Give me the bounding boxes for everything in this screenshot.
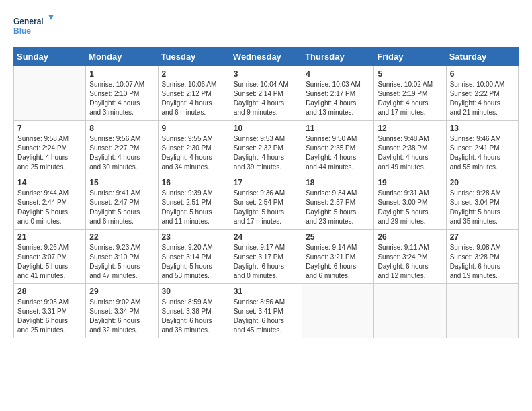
day-number: 16 — [162, 178, 226, 187]
cell-info: Sunrise: 9:05 AM Sunset: 3:31 PM Dayligh… — [17, 298, 82, 335]
header-tuesday: Tuesday — [158, 48, 230, 66]
cell-info: Sunrise: 9:31 AM Sunset: 3:00 PM Dayligh… — [378, 189, 442, 226]
cell-info: Sunrise: 9:50 AM Sunset: 2:35 PM Dayligh… — [306, 134, 370, 172]
calendar-cell: 27Sunrise: 9:08 AM Sunset: 3:28 PM Dayli… — [446, 230, 518, 284]
header-sunday: Sunday — [14, 48, 86, 66]
day-number: 17 — [234, 178, 298, 187]
calendar-cell — [374, 284, 446, 338]
day-number: 5 — [378, 69, 442, 79]
calendar-cell: 7Sunrise: 9:58 AM Sunset: 2:24 PM Daylig… — [14, 121, 86, 175]
day-number: 2 — [162, 69, 226, 79]
calendar-cell: 8Sunrise: 9:56 AM Sunset: 2:27 PM Daylig… — [86, 121, 158, 175]
calendar-cell — [302, 284, 374, 338]
calendar-cell: 4Sunrise: 10:03 AM Sunset: 2:17 PM Dayli… — [302, 66, 374, 121]
cell-info: Sunrise: 9:58 AM Sunset: 2:24 PM Dayligh… — [17, 134, 82, 172]
calendar-cell: 25Sunrise: 9:14 AM Sunset: 3:21 PM Dayli… — [302, 230, 374, 284]
day-number: 11 — [306, 124, 370, 133]
day-number: 3 — [234, 69, 298, 79]
cell-info: Sunrise: 10:03 AM Sunset: 2:17 PM Daylig… — [306, 80, 370, 118]
cell-info: Sunrise: 9:46 AM Sunset: 2:41 PM Dayligh… — [450, 134, 515, 172]
calendar-table: SundayMondayTuesdayWednesdayThursdayFrid… — [13, 47, 519, 338]
week-row-1: 7Sunrise: 9:58 AM Sunset: 2:24 PM Daylig… — [14, 121, 519, 175]
header-row: SundayMondayTuesdayWednesdayThursdayFrid… — [14, 48, 519, 66]
svg-text:Blue: Blue — [13, 26, 31, 36]
cell-info: Sunrise: 10:04 AM Sunset: 2:14 PM Daylig… — [234, 80, 298, 118]
calendar-cell: 21Sunrise: 9:26 AM Sunset: 3:07 PM Dayli… — [14, 230, 86, 284]
day-number: 25 — [306, 232, 370, 242]
day-number: 8 — [89, 124, 154, 133]
day-number: 12 — [378, 124, 442, 133]
calendar-cell: 31Sunrise: 8:56 AM Sunset: 3:41 PM Dayli… — [230, 284, 302, 338]
cell-info: Sunrise: 9:28 AM Sunset: 3:04 PM Dayligh… — [450, 189, 515, 226]
cell-info: Sunrise: 9:14 AM Sunset: 3:21 PM Dayligh… — [306, 243, 370, 281]
header-friday: Friday — [374, 48, 446, 66]
cell-info: Sunrise: 9:36 AM Sunset: 2:54 PM Dayligh… — [234, 189, 298, 226]
week-row-0: 1Sunrise: 10:07 AM Sunset: 2:10 PM Dayli… — [14, 66, 519, 121]
day-number: 29 — [89, 287, 154, 296]
calendar-cell: 29Sunrise: 9:02 AM Sunset: 3:34 PM Dayli… — [86, 284, 158, 338]
day-number: 28 — [17, 287, 82, 296]
calendar-cell: 11Sunrise: 9:50 AM Sunset: 2:35 PM Dayli… — [302, 121, 374, 175]
calendar-cell: 14Sunrise: 9:44 AM Sunset: 2:44 PM Dayli… — [14, 175, 86, 230]
cell-info: Sunrise: 10:06 AM Sunset: 2:12 PM Daylig… — [162, 80, 226, 118]
calendar-cell: 1Sunrise: 10:07 AM Sunset: 2:10 PM Dayli… — [86, 66, 158, 121]
calendar-cell: 6Sunrise: 10:00 AM Sunset: 2:22 PM Dayli… — [446, 66, 518, 121]
day-number: 1 — [89, 69, 154, 79]
day-number: 15 — [89, 178, 154, 187]
logo-svg: General Blue — [13, 13, 54, 40]
calendar-cell: 23Sunrise: 9:20 AM Sunset: 3:14 PM Dayli… — [158, 230, 230, 284]
cell-info: Sunrise: 9:08 AM Sunset: 3:28 PM Dayligh… — [450, 243, 515, 281]
calendar-cell: 12Sunrise: 9:48 AM Sunset: 2:38 PM Dayli… — [374, 121, 446, 175]
cell-info: Sunrise: 9:17 AM Sunset: 3:17 PM Dayligh… — [234, 243, 298, 281]
cell-info: Sunrise: 9:23 AM Sunset: 3:10 PM Dayligh… — [89, 243, 154, 281]
calendar-cell: 13Sunrise: 9:46 AM Sunset: 2:41 PM Dayli… — [446, 121, 518, 175]
day-number: 4 — [306, 69, 370, 79]
calendar-cell: 20Sunrise: 9:28 AM Sunset: 3:04 PM Dayli… — [446, 175, 518, 230]
day-number: 21 — [17, 232, 82, 242]
calendar-cell: 17Sunrise: 9:36 AM Sunset: 2:54 PM Dayli… — [230, 175, 302, 230]
calendar-cell: 26Sunrise: 9:11 AM Sunset: 3:24 PM Dayli… — [374, 230, 446, 284]
day-number: 23 — [162, 232, 226, 242]
calendar-cell: 19Sunrise: 9:31 AM Sunset: 3:00 PM Dayli… — [374, 175, 446, 230]
day-number: 9 — [162, 124, 226, 133]
calendar-cell: 22Sunrise: 9:23 AM Sunset: 3:10 PM Dayli… — [86, 230, 158, 284]
day-number: 27 — [450, 232, 515, 242]
day-number: 14 — [17, 178, 82, 187]
svg-text:General: General — [13, 17, 44, 26]
cell-info: Sunrise: 9:34 AM Sunset: 2:57 PM Dayligh… — [306, 189, 370, 226]
week-row-4: 28Sunrise: 9:05 AM Sunset: 3:31 PM Dayli… — [14, 284, 519, 338]
svg-marker-2 — [48, 15, 54, 20]
cell-info: Sunrise: 8:56 AM Sunset: 3:41 PM Dayligh… — [234, 298, 298, 335]
day-number: 13 — [450, 124, 515, 133]
cell-info: Sunrise: 9:41 AM Sunset: 2:47 PM Dayligh… — [89, 189, 154, 226]
cell-info: Sunrise: 10:02 AM Sunset: 2:19 PM Daylig… — [378, 80, 442, 118]
cell-info: Sunrise: 10:07 AM Sunset: 2:10 PM Daylig… — [89, 80, 154, 118]
calendar-cell: 10Sunrise: 9:53 AM Sunset: 2:32 PM Dayli… — [230, 121, 302, 175]
cell-info: Sunrise: 9:44 AM Sunset: 2:44 PM Dayligh… — [17, 189, 82, 226]
cell-info: Sunrise: 10:00 AM Sunset: 2:22 PM Daylig… — [450, 80, 515, 118]
cell-info: Sunrise: 9:39 AM Sunset: 2:51 PM Dayligh… — [162, 189, 226, 226]
day-number: 7 — [17, 124, 82, 133]
day-number: 26 — [378, 232, 442, 242]
calendar-cell: 28Sunrise: 9:05 AM Sunset: 3:31 PM Dayli… — [14, 284, 86, 338]
page-header: General Blue — [13, 13, 519, 40]
calendar-cell: 5Sunrise: 10:02 AM Sunset: 2:19 PM Dayli… — [374, 66, 446, 121]
day-number: 6 — [450, 69, 515, 79]
day-number: 31 — [234, 287, 298, 296]
calendar-cell: 24Sunrise: 9:17 AM Sunset: 3:17 PM Dayli… — [230, 230, 302, 284]
header-saturday: Saturday — [446, 48, 518, 66]
day-number: 10 — [234, 124, 298, 133]
logo: General Blue — [13, 13, 54, 40]
day-number: 19 — [378, 178, 442, 187]
calendar-cell — [14, 66, 86, 121]
day-number: 30 — [162, 287, 226, 296]
cell-info: Sunrise: 8:59 AM Sunset: 3:38 PM Dayligh… — [162, 298, 226, 335]
calendar-cell: 15Sunrise: 9:41 AM Sunset: 2:47 PM Dayli… — [86, 175, 158, 230]
calendar-cell: 3Sunrise: 10:04 AM Sunset: 2:14 PM Dayli… — [230, 66, 302, 121]
calendar-cell: 16Sunrise: 9:39 AM Sunset: 2:51 PM Dayli… — [158, 175, 230, 230]
calendar-cell: 2Sunrise: 10:06 AM Sunset: 2:12 PM Dayli… — [158, 66, 230, 121]
day-number: 20 — [450, 178, 515, 187]
cell-info: Sunrise: 9:48 AM Sunset: 2:38 PM Dayligh… — [378, 134, 442, 172]
calendar-cell: 30Sunrise: 8:59 AM Sunset: 3:38 PM Dayli… — [158, 284, 230, 338]
header-monday: Monday — [86, 48, 158, 66]
